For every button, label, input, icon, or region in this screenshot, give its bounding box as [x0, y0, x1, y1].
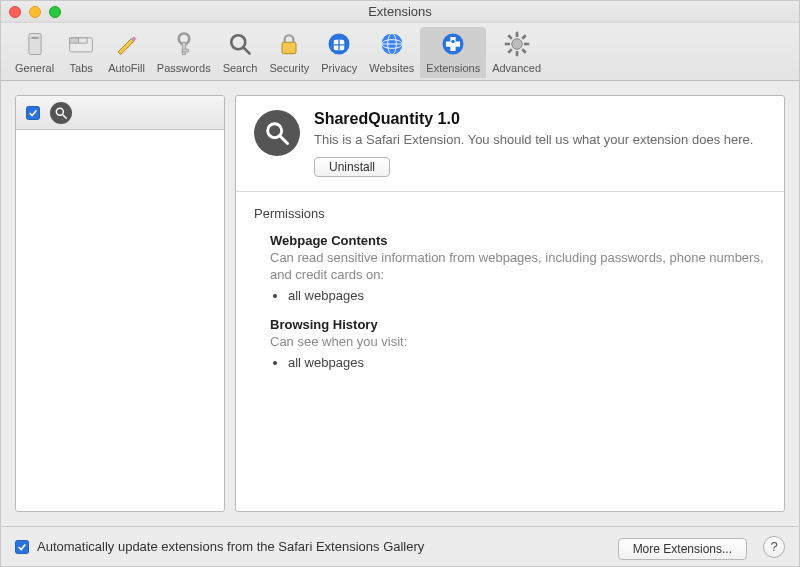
svg-line-24 — [508, 35, 512, 39]
content-area: SharedQuantity 1.0 This is a Safari Exte… — [1, 81, 799, 526]
extension-description: This is a Safari Extension. You should t… — [314, 132, 766, 149]
preferences-toolbar: General Tabs AutoFill Passwords Search — [1, 23, 799, 81]
extension-detail: SharedQuantity 1.0 This is a Safari Exte… — [235, 95, 785, 512]
svg-rect-6 — [182, 42, 186, 54]
svg-line-29 — [63, 114, 67, 118]
auto-update-checkbox[interactable] — [15, 540, 29, 554]
preferences-window: Extensions General Tabs AutoFill Pa — [0, 0, 800, 567]
window-title: Extensions — [1, 4, 799, 19]
svg-rect-3 — [70, 38, 79, 43]
websites-icon — [377, 29, 407, 59]
permission-description: Can see when you visit: — [270, 334, 766, 351]
toolbar-tab-label: Privacy — [321, 62, 357, 74]
passwords-icon — [169, 29, 199, 59]
permissions-title: Permissions — [254, 206, 766, 221]
toolbar-tab-tabs[interactable]: Tabs — [60, 27, 102, 78]
toolbar-tab-label: AutoFill — [108, 62, 145, 74]
toolbar-tab-search[interactable]: Search — [217, 27, 264, 78]
extension-magnifier-icon — [50, 102, 72, 124]
toolbar-tab-autofill[interactable]: AutoFill — [102, 27, 151, 78]
toolbar-tab-label: Extensions — [426, 62, 480, 74]
general-icon — [20, 29, 50, 59]
advanced-icon — [502, 29, 532, 59]
tabs-icon — [66, 29, 96, 59]
svg-point-19 — [511, 39, 522, 50]
toolbar-tab-label: Advanced — [492, 62, 541, 74]
security-icon — [274, 29, 304, 59]
autofill-icon — [111, 29, 141, 59]
svg-line-26 — [508, 49, 512, 53]
help-button[interactable]: ? — [763, 536, 785, 558]
extension-header: SharedQuantity 1.0 This is a Safari Exte… — [236, 96, 784, 192]
title-bar: Extensions — [1, 1, 799, 23]
permission-browsing-history: Browsing History Can see when you visit:… — [270, 317, 766, 370]
permission-heading: Webpage Contents — [270, 233, 766, 248]
toolbar-tab-label: Tabs — [70, 62, 93, 74]
extension-header-text: SharedQuantity 1.0 This is a Safari Exte… — [314, 110, 766, 177]
extensions-icon — [438, 29, 468, 59]
sidebar-item[interactable] — [16, 96, 224, 130]
toolbar-tab-passwords[interactable]: Passwords — [151, 27, 217, 78]
toolbar-tab-websites[interactable]: Websites — [363, 27, 420, 78]
toolbar-tab-label: Websites — [369, 62, 414, 74]
toolbar-tab-security[interactable]: Security — [263, 27, 315, 78]
permissions-section: Permissions Webpage Contents Can read se… — [236, 192, 784, 402]
extension-name: SharedQuantity 1.0 — [314, 110, 766, 128]
svg-line-27 — [522, 35, 526, 39]
permission-webpage-contents: Webpage Contents Can read sensitive info… — [270, 233, 766, 303]
svg-rect-10 — [282, 42, 296, 53]
toolbar-tab-label: Passwords — [157, 62, 211, 74]
privacy-icon — [324, 29, 354, 59]
toolbar-tab-general[interactable]: General — [9, 27, 60, 78]
uninstall-button[interactable]: Uninstall — [314, 157, 390, 177]
toolbar-tab-advanced[interactable]: Advanced — [486, 27, 547, 78]
permission-list-item: all webpages — [288, 355, 766, 370]
permission-description: Can read sensitive information from webp… — [270, 250, 766, 284]
more-extensions-button[interactable]: More Extensions... — [618, 538, 747, 560]
svg-line-25 — [522, 49, 526, 53]
toolbar-tab-label: General — [15, 62, 54, 74]
permission-list-item: all webpages — [288, 288, 766, 303]
svg-line-31 — [281, 137, 288, 144]
svg-rect-4 — [79, 38, 88, 43]
svg-rect-1 — [31, 37, 38, 39]
permission-list: all webpages — [288, 288, 766, 303]
permission-list: all webpages — [288, 355, 766, 370]
svg-line-9 — [244, 48, 250, 54]
extensions-sidebar — [15, 95, 225, 512]
footer-bar: Automatically update extensions from the… — [1, 526, 799, 566]
search-icon — [225, 29, 255, 59]
extension-enabled-checkbox[interactable] — [26, 106, 40, 120]
permission-heading: Browsing History — [270, 317, 766, 332]
svg-rect-7 — [182, 49, 188, 52]
auto-update-label: Automatically update extensions from the… — [37, 539, 424, 554]
toolbar-tab-privacy[interactable]: Privacy — [315, 27, 363, 78]
svg-rect-0 — [28, 34, 40, 55]
extension-large-magnifier-icon — [254, 110, 300, 156]
toolbar-tab-label: Security — [269, 62, 309, 74]
svg-point-18 — [452, 40, 456, 44]
toolbar-tab-extensions[interactable]: Extensions — [420, 27, 486, 78]
toolbar-tab-label: Search — [223, 62, 258, 74]
